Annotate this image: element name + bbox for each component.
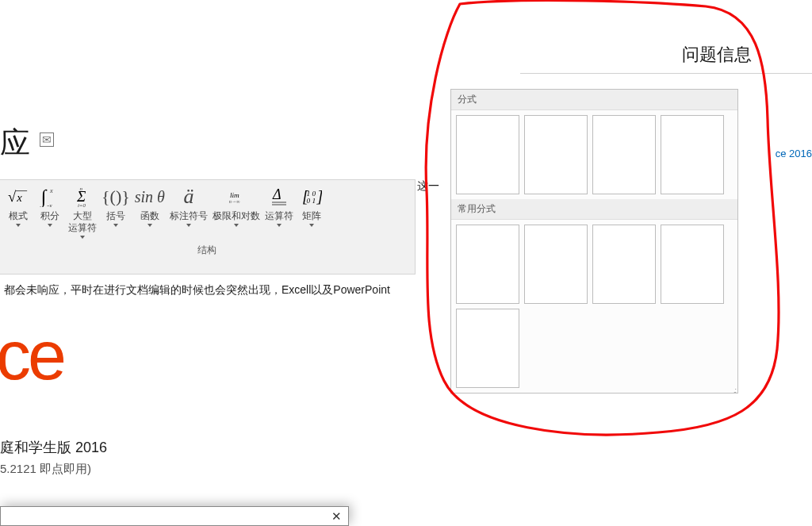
body-text-fragment-right: 这一 [417, 179, 439, 194]
sidebar-title: 问题信息 [682, 43, 752, 67]
close-icon[interactable]: ✕ [331, 509, 342, 524]
svg-text:0 1: 0 1 [306, 197, 316, 205]
chevron-down-icon [277, 224, 282, 227]
svg-text:n: n [80, 186, 83, 191]
chevron-down-icon [113, 224, 118, 227]
ribbon-item-4[interactable]: sin θ函数 [132, 185, 167, 227]
ribbon-item-label: 标注符号 [170, 210, 208, 222]
common-fraction-item[interactable] [592, 225, 656, 304]
svg-text:]: ] [316, 187, 322, 205]
fraction-template-item[interactable] [661, 115, 724, 194]
gallery-section-header-fractions: 分式 [451, 90, 737, 110]
body-text-fragment-below: 都会未响应，平时在进行文档编辑的时候也会突然出现，Excell以及PowerPo… [4, 283, 390, 298]
gallery-section-header-common-fractions: 常用分式 [451, 199, 737, 220]
chevron-down-icon [186, 224, 191, 227]
equation-icon: Δ [269, 185, 289, 209]
svg-text:i=0: i=0 [78, 202, 86, 207]
chevron-down-icon [48, 224, 52, 227]
equation-icon: limn→∞ [226, 185, 247, 209]
common-fraction-item[interactable] [456, 309, 519, 388]
fraction-template-item[interactable] [456, 115, 519, 194]
fraction-gallery: 分式 常用分式 [450, 89, 738, 394]
side-link[interactable]: ce 2016 [776, 148, 812, 159]
ribbon-item-label: 函数 [140, 210, 159, 222]
ribbon-item-1[interactable]: ∫x-x积分 [34, 185, 66, 227]
ribbon-item-label: 根式 [9, 210, 28, 222]
envelope-icon[interactable]: ✉ [40, 132, 54, 147]
svg-text:x: x [16, 192, 22, 205]
ribbon-item-label: 大型运算符 [68, 210, 97, 234]
equation-icon: []1 00 1 [301, 185, 322, 209]
ribbon-group-label: 结构 [0, 244, 415, 257]
ribbon-item-7[interactable]: Δ运算符 [262, 185, 296, 227]
equation-icon: {()} [102, 185, 130, 209]
common-fraction-item[interactable] [524, 225, 588, 304]
chevron-down-icon [309, 224, 314, 227]
equation-icon: √x [8, 185, 29, 209]
page-title: 应 [0, 123, 30, 163]
svg-text:x: x [49, 187, 53, 194]
equation-icon: Σni=0 [72, 185, 93, 209]
chevron-down-icon [147, 224, 152, 227]
equation-ribbon: √x根式∫x-x积分Σni=0大型运算符{()}括号sin θ函数ä标注符号li… [0, 179, 416, 275]
product-edition: 庭和学生版 2016 [0, 438, 107, 457]
chevron-down-icon [16, 224, 21, 227]
fraction-template-item[interactable] [524, 115, 588, 194]
ribbon-item-8[interactable]: []1 00 1矩阵 [296, 185, 327, 227]
equation-icon: sin θ [135, 185, 165, 209]
chevron-down-icon [234, 224, 239, 227]
dialog-titlebar: ✕ [0, 506, 349, 526]
svg-text:lim: lim [230, 191, 239, 199]
sidebar-divider [520, 73, 812, 74]
svg-text:Δ: Δ [272, 186, 282, 202]
fraction-template-item[interactable] [592, 115, 656, 194]
equation-icon: ä [183, 185, 193, 209]
office-logo: ce [0, 315, 63, 396]
ribbon-item-3[interactable]: {()}括号 [99, 185, 132, 227]
svg-text:n→∞: n→∞ [229, 198, 240, 204]
ribbon-item-2[interactable]: Σni=0大型运算符 [66, 185, 99, 239]
ribbon-item-label: 矩阵 [302, 210, 321, 222]
common-fraction-item[interactable] [661, 225, 724, 304]
common-fraction-item[interactable] [456, 225, 519, 304]
equation-icon: ∫x-x [40, 185, 60, 209]
ribbon-item-label: 运算符 [265, 210, 293, 222]
ribbon-item-label: 括号 [106, 210, 125, 222]
ribbon-item-label: 积分 [40, 210, 59, 222]
svg-text:√: √ [8, 188, 17, 205]
resize-handle-icon[interactable] [728, 385, 736, 393]
product-build: 5.2121 即点即用) [0, 462, 91, 477]
ribbon-item-5[interactable]: ä标注符号 [167, 185, 210, 227]
svg-text:-x: -x [47, 202, 52, 207]
chevron-down-icon [80, 236, 85, 239]
ribbon-item-0[interactable]: √x根式 [2, 185, 34, 227]
ribbon-item-6[interactable]: limn→∞极限和对数 [210, 185, 262, 227]
ribbon-item-label: 极限和对数 [213, 210, 260, 222]
